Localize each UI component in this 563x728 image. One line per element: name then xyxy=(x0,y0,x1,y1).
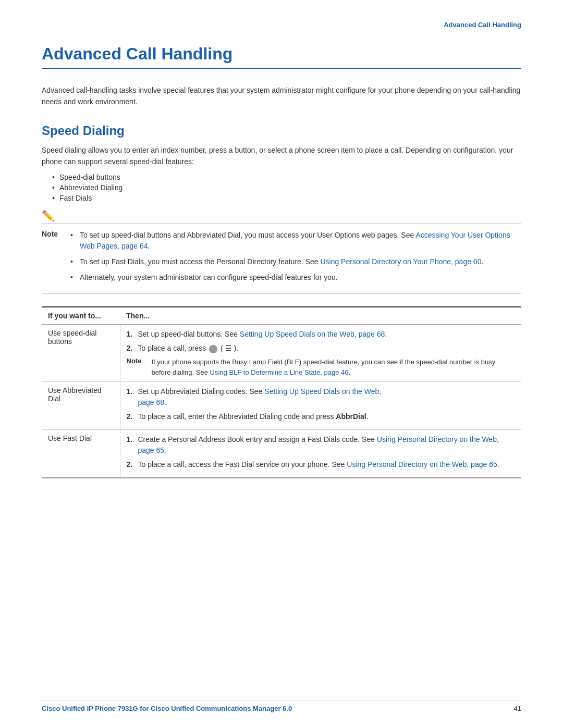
note-pencil-icon: ✏️ xyxy=(42,209,521,222)
note-link-2[interactable]: Using Personal Directory on Your Phone, … xyxy=(320,257,481,266)
table-link[interactable]: Using Personal Directory on the Web, pag… xyxy=(347,460,497,468)
step-item: 2. To place a call, access the Fast Dial… xyxy=(127,459,516,470)
cell-note-text: If your phone supports the Busy Lamp Fie… xyxy=(152,357,516,377)
cell-note-link[interactable]: Using BLF to Determine a Line State, pag… xyxy=(210,368,349,376)
table-cell-content: 1. Set up speed-dial buttons. See Settin… xyxy=(120,325,521,382)
cell-note: Note If your phone supports the Busy Lam… xyxy=(127,357,516,377)
page: Advanced Call Handling Advanced Call Han… xyxy=(0,0,563,728)
table-row: Use Abbreviated Dial 1. Set up Abbreviat… xyxy=(42,382,521,430)
table-header-col2: Then... xyxy=(120,307,521,325)
speed-dial-table: If you want to... Then... Use speed-dial… xyxy=(42,306,521,478)
note-item-1: To set up speed-dial buttons and Abbrevi… xyxy=(70,230,521,252)
footer-product-name: Cisco Unified IP Phone 7931G for Cisco U… xyxy=(42,705,292,712)
header-chapter-label: Advanced Call Handling xyxy=(42,21,521,29)
chapter-title: Advanced Call Handling xyxy=(42,44,521,64)
note-content: To set up speed-dial buttons and Abbrevi… xyxy=(70,230,521,288)
title-rule xyxy=(42,68,521,69)
step-item: 2. To place a call, enter the Abbreviate… xyxy=(127,411,516,422)
circle-button-icon xyxy=(209,345,217,353)
step-item: 1. Set up speed-dial buttons. See Settin… xyxy=(127,329,516,340)
bullet-item: Abbreviated Dialing xyxy=(52,183,521,192)
note-label: Note xyxy=(42,230,65,238)
note-item-3: Alternately, your system administrator c… xyxy=(70,272,521,283)
page-footer: Cisco Unified IP Phone 7931G for Cisco U… xyxy=(42,700,521,712)
note-box: Note To set up speed-dial buttons and Ab… xyxy=(42,223,521,294)
step-item: 1. Set up Abbreviated Dialing codes. See… xyxy=(127,386,516,408)
table-cell-label: Use speed-dial buttons xyxy=(42,325,120,382)
table-link[interactable]: Setting Up Speed Dials on the Web,page 6… xyxy=(138,387,382,406)
chapter-intro: Advanced call-handling tasks involve spe… xyxy=(42,84,521,108)
note-item-2: To set up Fast Dials, you must access th… xyxy=(70,256,521,268)
table-row: Use speed-dial buttons 1. Set up speed-d… xyxy=(42,325,521,382)
table-link[interactable]: Using Personal Directory on the Web, pag… xyxy=(138,435,499,454)
table-row: Use Fast Dial 1. Create a Personal Addre… xyxy=(42,430,521,478)
abbrdial-bold: AbbrDial xyxy=(336,412,366,421)
footer-page-number: 41 xyxy=(514,705,521,712)
table-link[interactable]: Setting Up Speed Dials on the Web, page … xyxy=(240,330,385,338)
table-header-col1: If you want to... xyxy=(42,307,120,325)
step-item: 1. Create a Personal Address Book entry … xyxy=(127,434,516,456)
bullet-item: Speed-dial buttons xyxy=(52,173,521,181)
bullet-item: Fast Dials xyxy=(52,194,521,202)
table-cell-content: 1. Create a Personal Address Book entry … xyxy=(120,430,521,478)
speed-dialing-bullets: Speed-dial buttons Abbreviated Dialing F… xyxy=(52,173,521,202)
speed-dialing-title: Speed Dialing xyxy=(42,124,521,138)
table-cell-label: Use Abbreviated Dial xyxy=(42,382,120,430)
table-cell-content: 1. Set up Abbreviated Dialing codes. See… xyxy=(120,382,521,430)
cell-note-label: Note xyxy=(127,357,148,377)
table-cell-label: Use Fast Dial xyxy=(42,430,120,478)
step-item: 2. To place a call, press ( ☰ ). xyxy=(127,343,516,354)
speed-dialing-intro: Speed dialing allows you to enter an ind… xyxy=(42,144,521,168)
